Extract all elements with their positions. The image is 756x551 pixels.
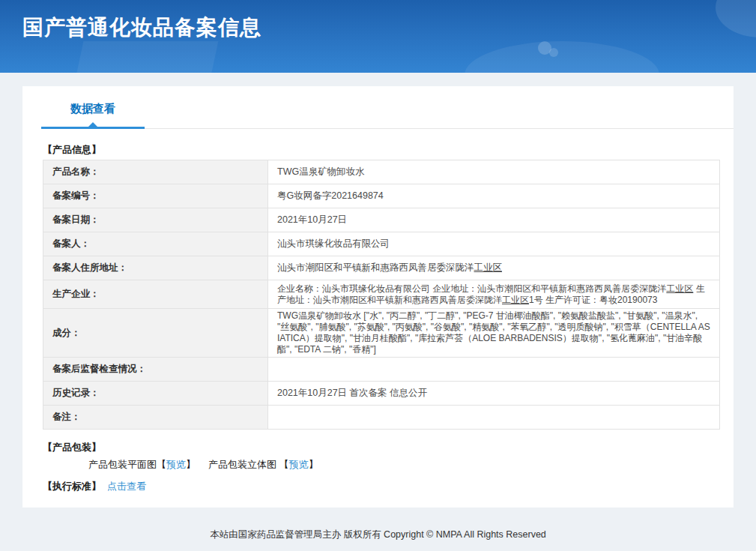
- table-row-reg-date: 备案日期： 2021年10月27日: [43, 208, 720, 232]
- content-card: 数据查看 【产品信息】 产品名称： TWG温泉矿物卸妆水 备案编号： 粤G妆网备…: [22, 86, 734, 508]
- table-row-registrant: 备案人： 汕头市琪缘化妆品有限公司: [43, 232, 720, 256]
- manufacturer-text: 1号 生产许可证：粤妆20190073: [529, 295, 657, 305]
- table-row-manufacturer: 生产企业： 企业名称：汕头市琪缘化妆品有限公司 企业地址：汕头市潮阳区和平镇新和…: [43, 280, 720, 309]
- banner-decoration: [74, 41, 219, 73]
- row-label: 备案日期：: [43, 208, 268, 232]
- row-label: 备案后监督检查情况：: [43, 358, 268, 382]
- stereo-preview-bracket: 】: [309, 459, 318, 470]
- stereo-preview-label: 产品包装立体图 【: [208, 459, 289, 470]
- row-value: [268, 406, 720, 430]
- table-row-reg-no: 备案编号： 粤G妆网备字2021649874: [43, 184, 720, 208]
- row-label: 历史记录：: [43, 382, 268, 406]
- packaging-preview-row: 产品包装平面图【预览】 产品包装立体图 【预览】: [22, 458, 734, 471]
- page-title: 国产普通化妆品备案信息: [22, 13, 261, 42]
- row-value: 汕头市琪缘化妆品有限公司: [268, 232, 720, 256]
- tab-bar-divider: [145, 128, 734, 129]
- address-underlined-text: 工业区: [474, 262, 503, 273]
- row-value: 汕头市潮阳区和平镇新和惠路西凤善居委深陇洋工业区: [268, 256, 720, 280]
- row-label: 备案编号：: [43, 184, 268, 208]
- row-value: 企业名称：汕头市琪缘化妆品有限公司 企业地址：汕头市潮阳区和平镇新和惠路西凤善居…: [268, 280, 720, 309]
- row-value: [268, 358, 720, 382]
- manufacturer-text: 企业名称：汕头市琪缘化妆品有限公司 企业地址：汕头市潮阳区和平镇新和惠路西凤善居…: [277, 283, 666, 294]
- row-value: TWG温泉矿物卸妆水: [268, 160, 720, 184]
- stereo-preview-link[interactable]: 预览: [289, 459, 309, 470]
- table-row-remark: 备注：: [43, 406, 720, 430]
- standard-row: 【执行标准】点击查看: [43, 480, 734, 493]
- table-row-name: 产品名称： TWG温泉矿物卸妆水: [43, 160, 720, 184]
- product-info-table: 产品名称： TWG温泉矿物卸妆水 备案编号： 粤G妆网备字2021649874 …: [43, 160, 720, 430]
- table-row-history: 历史记录： 2021年10月27日 首次备案 信息公开: [43, 382, 720, 406]
- stereo-preview-group: 产品包装立体图 【预览】: [208, 458, 318, 472]
- row-label: 备注：: [43, 406, 268, 430]
- footer-text: 本站由国家药品监督管理局主办 版权所有 Copyright © NMPA All…: [0, 529, 756, 541]
- banner-decoration: [716, 0, 756, 37]
- page-header-banner: 国产普通化妆品备案信息: [0, 0, 756, 73]
- tab-active-triangle: [88, 122, 97, 127]
- row-label: 备案人：: [43, 232, 268, 256]
- row-label: 生产企业：: [43, 280, 268, 309]
- row-value: TWG温泉矿物卸妆水 ["水", "丙二醇", "丁二醇", "PEG-7 甘油…: [268, 309, 720, 358]
- packaging-heading: 【产品包装】: [43, 442, 734, 454]
- row-value: 2021年10月27日: [268, 208, 720, 232]
- banner-decoration: [465, 41, 659, 73]
- table-row-supervision: 备案后监督检查情况：: [43, 358, 720, 382]
- table-row-registrant-address: 备案人住所地址： 汕头市潮阳区和平镇新和惠路西凤善居委深陇洋工业区: [43, 256, 720, 280]
- standard-heading: 【执行标准】: [43, 481, 101, 492]
- row-label: 成分：: [43, 309, 268, 358]
- row-value: 2021年10月27日 首次备案 信息公开: [268, 382, 720, 406]
- tab-active-underline: [41, 127, 145, 129]
- manufacturer-underlined-text: 工业区: [666, 283, 693, 294]
- tab-data-view[interactable]: 数据查看: [41, 102, 145, 116]
- flat-preview-bracket: 】: [186, 459, 196, 470]
- flat-preview-group: 产品包装平面图【预览】: [88, 458, 196, 472]
- product-info-heading: 【产品信息】: [43, 144, 734, 156]
- address-text: 汕头市潮阳区和平镇新和惠路西凤善居委深陇洋: [277, 262, 474, 273]
- table-row-ingredients: 成分： TWG温泉矿物卸妆水 ["水", "丙二醇", "丁二醇", "PEG-…: [43, 309, 720, 358]
- flat-preview-link[interactable]: 预览: [166, 459, 186, 470]
- row-value: 粤G妆网备字2021649874: [268, 184, 720, 208]
- banner-decoration: [549, 48, 558, 57]
- row-label: 产品名称：: [43, 160, 268, 184]
- tab-bar: 数据查看: [22, 86, 734, 129]
- flat-preview-label: 产品包装平面图【: [88, 459, 166, 470]
- manufacturer-underlined-text: 工业区: [502, 295, 529, 305]
- row-label: 备案人住所地址：: [43, 256, 268, 280]
- view-standard-link[interactable]: 点击查看: [107, 481, 146, 492]
